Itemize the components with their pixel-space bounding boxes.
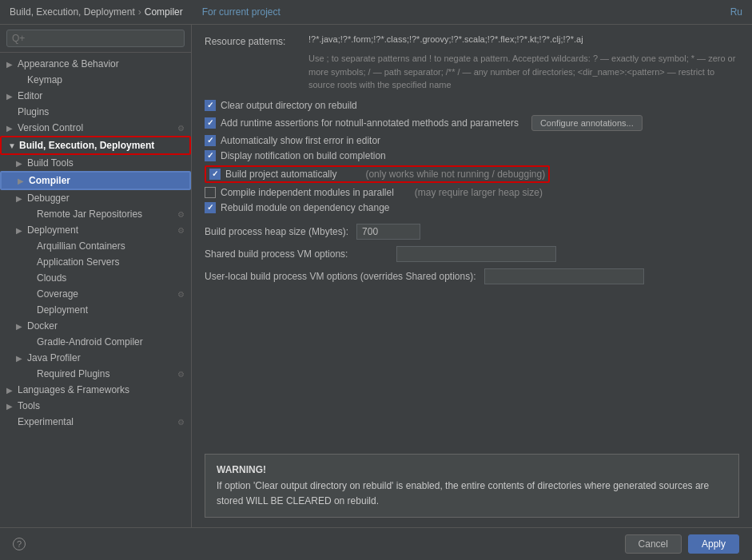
sidebar-item-remote-jar[interactable]: Remote Jar Repositories ⚙ <box>0 206 191 222</box>
sidebar-item-label: Deployment <box>37 304 185 316</box>
arrow-icon <box>26 338 35 347</box>
reset-link[interactable]: Ru <box>730 6 742 18</box>
sidebar-item-clouds[interactable]: Clouds <box>0 270 191 286</box>
shared-vm-input[interactable] <box>396 246 556 262</box>
configure-annotations-button[interactable]: Configure annotations... <box>531 115 643 131</box>
sidebar-item-label: Keymap <box>27 74 185 85</box>
sidebar-item-deployment2[interactable]: Deployment <box>0 302 191 318</box>
checkbox-clear-output[interactable]: ✓ <box>205 100 216 111</box>
sidebar-item-java-profiler[interactable]: ▶ Java Profiler <box>0 350 191 366</box>
arrow-icon: ▶ <box>6 386 16 395</box>
sidebar-item-label: Tools <box>18 400 185 411</box>
search-input[interactable] <box>6 30 185 47</box>
sidebar-item-label: Appearance & Behavior <box>18 58 185 70</box>
sidebar-item-compiler[interactable]: ▶ Compiler <box>0 171 191 190</box>
arrow-icon <box>26 306 35 315</box>
shared-vm-label: Shared build process VM options: <box>205 248 388 260</box>
sidebar-item-experimental[interactable]: Experimental ⚙ <box>0 414 191 430</box>
heap-size-label: Build process heap size (Mbytes): <box>205 226 348 237</box>
sidebar-item-build-exec[interactable]: ▼ Build, Execution, Deployment <box>0 136 191 155</box>
arrow-icon <box>16 76 26 85</box>
sidebar-item-debugger[interactable]: ▶ Debugger <box>0 190 191 206</box>
sidebar-item-languages[interactable]: ▶ Languages & Frameworks <box>0 382 191 398</box>
arrow-icon: ▶ <box>16 226 26 235</box>
warning-section: WARNING! If option 'Clear output directo… <box>205 454 739 518</box>
sidebar: ▶ Appearance & Behavior Keymap ▶ Editor … <box>0 25 192 527</box>
arrow-icon <box>26 274 35 283</box>
warning-text: If option 'Clear output directory on reb… <box>217 479 727 509</box>
arrow-icon <box>26 290 35 299</box>
sidebar-item-keymap[interactable]: Keymap <box>0 72 191 88</box>
checkbox-rebuild-dependency[interactable]: ✓ <box>205 202 216 213</box>
cancel-button[interactable]: Cancel <box>625 534 682 554</box>
warning-title: WARNING! <box>217 463 727 478</box>
sidebar-item-required-plugins[interactable]: Required Plugins ⚙ <box>0 366 191 382</box>
sidebar-item-label: Languages & Frameworks <box>18 384 185 395</box>
settings-dialog: Build, Execution, Deployment › Compiler … <box>0 0 752 560</box>
apply-button[interactable]: Apply <box>688 534 739 554</box>
sidebar-item-label: Version Control <box>18 122 177 133</box>
sidebar-item-label: Build, Execution, Deployment <box>19 140 183 151</box>
sidebar-item-app-servers[interactable]: Application Servers <box>0 254 191 270</box>
settings-icon: ⚙ <box>177 370 185 379</box>
sidebar-item-label: Required Plugins <box>37 368 177 379</box>
sidebar-item-gradle-android[interactable]: Gradle-Android Compiler <box>0 334 191 350</box>
option-label-runtime-assertions: Add runtime assertions for notnull-annot… <box>221 117 519 129</box>
sidebar-item-label: Compiler <box>29 175 183 186</box>
breadcrumb-parent: Build, Execution, Deployment <box>10 6 135 18</box>
sidebar-item-appearance[interactable]: ▶ Appearance & Behavior <box>0 56 191 72</box>
header-bar: Build, Execution, Deployment › Compiler … <box>0 0 752 25</box>
user-vm-row: User-local build process VM options (ove… <box>205 268 739 284</box>
sidebar-item-label: Plugins <box>18 106 185 117</box>
resource-patterns-row: Resource patterns: !?*.java;!?*.form;!?*… <box>205 34 739 47</box>
arrow-icon: ▶ <box>6 92 16 101</box>
arrow-icon <box>26 370 35 379</box>
sidebar-item-label: Deployment <box>27 224 177 236</box>
sidebar-item-label: Editor <box>18 90 185 101</box>
sidebar-item-label: Experimental <box>18 416 177 427</box>
main-content: ▶ Appearance & Behavior Keymap ▶ Editor … <box>0 25 752 527</box>
sidebar-item-editor[interactable]: ▶ Editor <box>0 88 191 104</box>
help-text: Use ; to separate patterns and ! to nega… <box>308 52 739 92</box>
heap-size-input[interactable] <box>356 224 420 240</box>
checkbox-show-first-error[interactable]: ✓ <box>205 135 216 146</box>
sidebar-item-version-control[interactable]: ▶ Version Control ⚙ <box>0 120 191 136</box>
arrow-icon: ▶ <box>18 177 27 185</box>
user-vm-input[interactable] <box>484 268 644 284</box>
breadcrumb-separator: › <box>138 6 141 18</box>
arrow-icon: ▶ <box>16 354 26 363</box>
checkbox-build-auto[interactable]: ✓ <box>209 169 221 180</box>
option-label-rebuild-dependency: Rebuild module on dependency change <box>221 202 390 213</box>
sidebar-item-build-tools[interactable]: ▶ Build Tools <box>0 155 191 171</box>
breadcrumb: Build, Execution, Deployment › Compiler … <box>10 6 724 18</box>
arrow-icon: ▶ <box>16 194 26 203</box>
heap-size-row: Build process heap size (Mbytes): <box>205 224 739 240</box>
option-runtime-assertions: ✓ Add runtime assertions for notnull-ann… <box>205 115 739 131</box>
sidebar-item-coverage[interactable]: Coverage ⚙ <box>0 286 191 302</box>
arrow-icon <box>26 210 35 219</box>
user-vm-label: User-local build process VM options (ove… <box>205 271 476 282</box>
sidebar-item-plugins[interactable]: Plugins <box>0 104 191 120</box>
sidebar-item-arquillian[interactable]: Arquillian Containers <box>0 238 191 254</box>
breadcrumb-current: Compiler <box>145 6 183 18</box>
sidebar-item-docker[interactable]: ▶ Docker <box>0 318 191 334</box>
sidebar-item-tools[interactable]: ▶ Tools <box>0 398 191 414</box>
settings-icon: ⚙ <box>177 210 185 219</box>
checkbox-runtime-assertions[interactable]: ✓ <box>205 117 216 129</box>
resource-patterns-value: !?*.java;!?*.form;!?*.class;!?*.groovy;!… <box>308 34 739 44</box>
option-label-clear-output: Clear output directory on rebuild <box>221 100 357 111</box>
footer: ? Cancel Apply <box>0 527 752 560</box>
option-label-compile-parallel: Compile independent modules in parallel <box>221 187 394 198</box>
sidebar-list: ▶ Appearance & Behavior Keymap ▶ Editor … <box>0 53 191 527</box>
arrow-icon: ▶ <box>16 322 26 331</box>
arrow-icon <box>6 108 16 117</box>
shared-vm-row: Shared build process VM options: <box>205 246 739 262</box>
checkbox-compile-parallel[interactable] <box>205 187 216 198</box>
checkbox-display-notification[interactable]: ✓ <box>205 150 216 161</box>
arrow-open-icon: ▼ <box>8 141 18 150</box>
help-icon[interactable]: ? <box>13 538 26 550</box>
arrow-icon <box>26 242 35 251</box>
search-bar <box>0 25 191 53</box>
sidebar-item-deployment[interactable]: ▶ Deployment ⚙ <box>0 222 191 238</box>
arrow-icon <box>26 258 35 267</box>
